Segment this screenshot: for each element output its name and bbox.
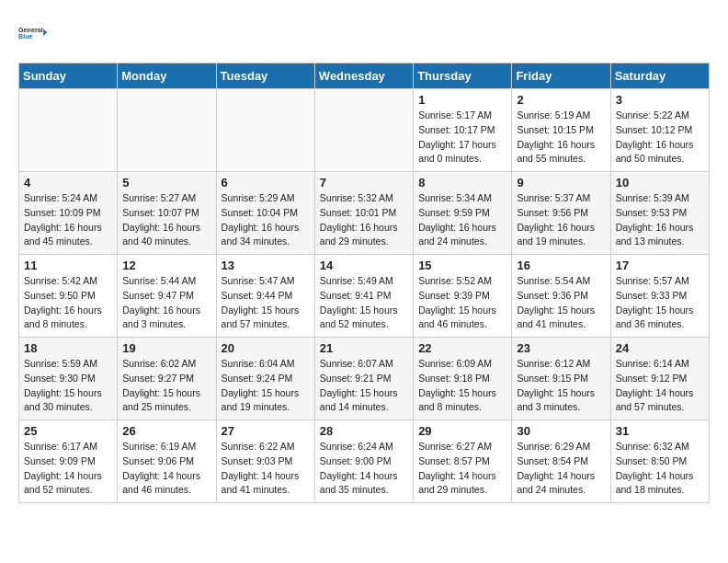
svg-marker-2 [43, 29, 47, 36]
day-number: 2 [517, 93, 605, 107]
day-detail: Sunrise: 5:19 AMSunset: 10:15 PMDaylight… [517, 109, 605, 167]
day-detail: Sunrise: 5:29 AMSunset: 10:04 PMDaylight… [222, 191, 310, 249]
calendar-cell: 11Sunrise: 5:42 AMSunset: 9:50 PMDayligh… [19, 255, 118, 338]
day-detail: Sunrise: 6:19 AMSunset: 9:06 PMDaylight:… [122, 440, 210, 498]
week-row-4: 18Sunrise: 5:59 AMSunset: 9:30 PMDayligh… [19, 338, 710, 420]
calendar-cell: 9Sunrise: 5:37 AMSunset: 9:56 PMDaylight… [512, 172, 610, 255]
day-number: 13 [222, 259, 310, 272]
day-detail: Sunrise: 5:57 AMSunset: 9:33 PMDaylight:… [616, 274, 704, 332]
day-detail: Sunrise: 5:27 AMSunset: 10:07 PMDaylight… [122, 191, 210, 249]
calendar-cell: 29Sunrise: 6:27 AMSunset: 8:57 PMDayligh… [414, 420, 512, 503]
day-header-friday: Friday [512, 63, 610, 89]
day-number: 9 [517, 176, 605, 190]
day-number: 7 [320, 176, 408, 190]
calendar-cell: 3Sunrise: 5:22 AMSunset: 10:12 PMDayligh… [610, 89, 709, 172]
day-detail: Sunrise: 6:27 AMSunset: 8:57 PMDaylight:… [418, 440, 506, 498]
day-header-monday: Monday [118, 63, 216, 89]
day-number: 4 [24, 176, 112, 190]
svg-text:Blue: Blue [18, 32, 33, 40]
calendar-cell: 26Sunrise: 6:19 AMSunset: 9:06 PMDayligh… [118, 420, 216, 503]
day-number: 15 [418, 259, 506, 272]
day-number: 19 [122, 341, 210, 355]
logo: GeneralBlue [18, 18, 48, 48]
calendar-cell: 21Sunrise: 6:07 AMSunset: 9:21 PMDayligh… [314, 338, 413, 420]
calendar-cell: 2Sunrise: 5:19 AMSunset: 10:15 PMDayligh… [512, 89, 610, 172]
week-row-2: 4Sunrise: 5:24 AMSunset: 10:09 PMDayligh… [19, 172, 710, 255]
page-header: GeneralBlue [18, 18, 710, 48]
calendar-cell: 5Sunrise: 5:27 AMSunset: 10:07 PMDayligh… [118, 172, 216, 255]
day-detail: Sunrise: 6:12 AMSunset: 9:15 PMDaylight:… [517, 357, 605, 415]
day-number: 10 [616, 176, 704, 190]
day-number: 21 [320, 341, 408, 355]
week-row-3: 11Sunrise: 5:42 AMSunset: 9:50 PMDayligh… [19, 255, 710, 338]
day-number: 25 [24, 424, 112, 438]
day-detail: Sunrise: 5:17 AMSunset: 10:17 PMDaylight… [418, 109, 506, 167]
calendar-cell: 15Sunrise: 5:52 AMSunset: 9:39 PMDayligh… [414, 255, 512, 338]
day-number: 6 [222, 176, 310, 190]
day-detail: Sunrise: 5:39 AMSunset: 9:53 PMDaylight:… [616, 191, 704, 249]
calendar-cell: 13Sunrise: 5:47 AMSunset: 9:44 PMDayligh… [216, 255, 314, 338]
day-number: 18 [24, 341, 112, 355]
day-number: 26 [122, 424, 210, 438]
day-detail: Sunrise: 5:32 AMSunset: 10:01 PMDaylight… [320, 191, 408, 249]
calendar-cell: 20Sunrise: 6:04 AMSunset: 9:24 PMDayligh… [216, 338, 314, 420]
day-detail: Sunrise: 6:14 AMSunset: 9:12 PMDaylight:… [616, 357, 704, 415]
calendar-cell: 12Sunrise: 5:44 AMSunset: 9:47 PMDayligh… [118, 255, 216, 338]
day-detail: Sunrise: 5:54 AMSunset: 9:36 PMDaylight:… [517, 274, 605, 332]
day-number: 8 [418, 176, 506, 190]
day-detail: Sunrise: 5:47 AMSunset: 9:44 PMDaylight:… [222, 274, 310, 332]
calendar-cell: 30Sunrise: 6:29 AMSunset: 8:54 PMDayligh… [512, 420, 610, 503]
day-header-wednesday: Wednesday [314, 63, 413, 89]
calendar-cell: 10Sunrise: 5:39 AMSunset: 9:53 PMDayligh… [610, 172, 709, 255]
day-header-sunday: Sunday [19, 63, 118, 89]
day-detail: Sunrise: 5:22 AMSunset: 10:12 PMDaylight… [616, 109, 704, 167]
calendar-cell: 14Sunrise: 5:49 AMSunset: 9:41 PMDayligh… [314, 255, 413, 338]
calendar-header-row: SundayMondayTuesdayWednesdayThursdayFrid… [19, 63, 710, 89]
day-number: 12 [122, 259, 210, 272]
day-header-thursday: Thursday [414, 63, 512, 89]
calendar-cell: 27Sunrise: 6:22 AMSunset: 9:03 PMDayligh… [216, 420, 314, 503]
week-row-5: 25Sunrise: 6:17 AMSunset: 9:09 PMDayligh… [19, 420, 710, 503]
day-detail: Sunrise: 5:59 AMSunset: 9:30 PMDaylight:… [24, 357, 112, 415]
day-detail: Sunrise: 5:42 AMSunset: 9:50 PMDaylight:… [24, 274, 112, 332]
day-number: 17 [616, 259, 704, 272]
day-number: 23 [517, 341, 605, 355]
day-detail: Sunrise: 6:24 AMSunset: 9:00 PMDaylight:… [320, 440, 408, 498]
day-detail: Sunrise: 5:52 AMSunset: 9:39 PMDaylight:… [418, 274, 506, 332]
calendar-cell: 31Sunrise: 6:32 AMSunset: 8:50 PMDayligh… [610, 420, 709, 503]
day-number: 16 [517, 259, 605, 272]
day-detail: Sunrise: 6:22 AMSunset: 9:03 PMDaylight:… [222, 440, 310, 498]
day-detail: Sunrise: 5:44 AMSunset: 9:47 PMDaylight:… [122, 274, 210, 332]
calendar-cell: 18Sunrise: 5:59 AMSunset: 9:30 PMDayligh… [19, 338, 118, 420]
day-detail: Sunrise: 5:24 AMSunset: 10:09 PMDaylight… [24, 191, 112, 249]
day-number: 29 [418, 424, 506, 438]
day-detail: Sunrise: 6:32 AMSunset: 8:50 PMDaylight:… [616, 440, 704, 498]
calendar-cell [314, 89, 413, 172]
day-number: 24 [616, 341, 704, 355]
calendar-cell: 19Sunrise: 6:02 AMSunset: 9:27 PMDayligh… [118, 338, 216, 420]
day-number: 3 [616, 93, 704, 107]
day-detail: Sunrise: 6:29 AMSunset: 8:54 PMDaylight:… [517, 440, 605, 498]
day-detail: Sunrise: 6:09 AMSunset: 9:18 PMDaylight:… [418, 357, 506, 415]
calendar-cell: 23Sunrise: 6:12 AMSunset: 9:15 PMDayligh… [512, 338, 610, 420]
day-header-tuesday: Tuesday [216, 63, 314, 89]
day-number: 1 [418, 93, 506, 107]
calendar-cell: 6Sunrise: 5:29 AMSunset: 10:04 PMDayligh… [216, 172, 314, 255]
calendar-cell: 25Sunrise: 6:17 AMSunset: 9:09 PMDayligh… [19, 420, 118, 503]
day-detail: Sunrise: 5:34 AMSunset: 9:59 PMDaylight:… [418, 191, 506, 249]
calendar-cell: 4Sunrise: 5:24 AMSunset: 10:09 PMDayligh… [19, 172, 118, 255]
calendar-cell: 17Sunrise: 5:57 AMSunset: 9:33 PMDayligh… [610, 255, 709, 338]
day-number: 14 [320, 259, 408, 272]
calendar-cell: 16Sunrise: 5:54 AMSunset: 9:36 PMDayligh… [512, 255, 610, 338]
day-header-saturday: Saturday [610, 63, 709, 89]
logo-icon: GeneralBlue [18, 18, 48, 48]
calendar-cell: 24Sunrise: 6:14 AMSunset: 9:12 PMDayligh… [610, 338, 709, 420]
day-number: 28 [320, 424, 408, 438]
day-detail: Sunrise: 5:49 AMSunset: 9:41 PMDaylight:… [320, 274, 408, 332]
day-detail: Sunrise: 6:07 AMSunset: 9:21 PMDaylight:… [320, 357, 408, 415]
calendar-cell: 22Sunrise: 6:09 AMSunset: 9:18 PMDayligh… [414, 338, 512, 420]
day-number: 11 [24, 259, 112, 272]
day-detail: Sunrise: 6:04 AMSunset: 9:24 PMDaylight:… [222, 357, 310, 415]
day-detail: Sunrise: 6:17 AMSunset: 9:09 PMDaylight:… [24, 440, 112, 498]
day-number: 20 [222, 341, 310, 355]
